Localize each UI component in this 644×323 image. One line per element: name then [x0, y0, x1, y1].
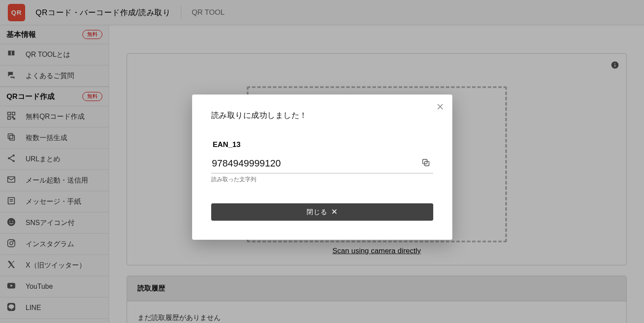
modal-close-button[interactable] — [434, 101, 446, 113]
result-field: 9784949999120 — [211, 154, 433, 173]
close-icon — [331, 208, 338, 216]
modal-title: 読み取りに成功しました！ — [211, 110, 433, 121]
copy-icon — [421, 162, 431, 169]
result-modal: 読み取りに成功しました！ EAN_13 9784949999120 読み取った文… — [192, 95, 452, 240]
close-button-label: 閉じる — [307, 208, 327, 216]
copy-button[interactable] — [419, 156, 432, 170]
result-value: 9784949999120 — [212, 158, 281, 169]
result-help-text: 読み取った文字列 — [211, 176, 433, 183]
modal-close-action-button[interactable]: 閉じる — [211, 203, 433, 221]
result-type: EAN_13 — [213, 140, 433, 149]
